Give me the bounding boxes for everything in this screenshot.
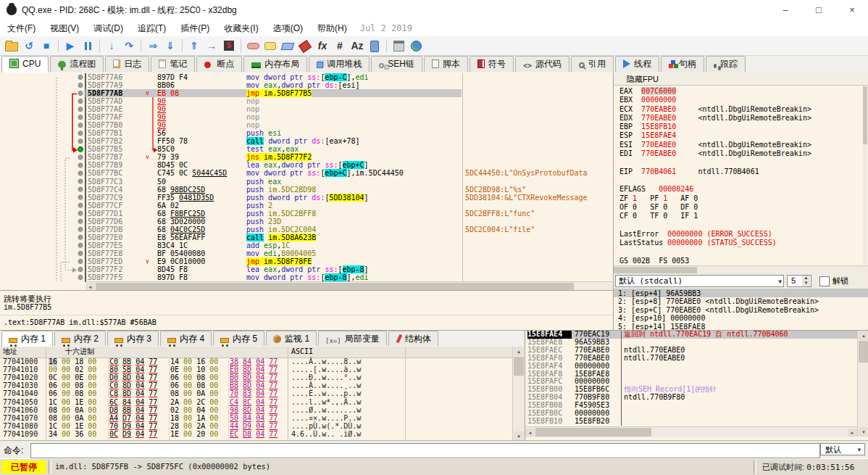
scroll-up-arrow[interactable]: ▴ (514, 347, 524, 356)
menu-插件[interactable]: 插件(P) (173, 20, 217, 37)
scroll-right-arrow[interactable]: ▸ (848, 429, 857, 437)
stack-hscrollbar[interactable]: ◂ ▸ (525, 426, 857, 437)
close-button[interactable]: × (836, 0, 868, 20)
register-line[interactable]: EDX 770EABE0 <ntdll.DbgUiRemoteBreakin> (619, 114, 863, 123)
disasm-row[interactable]: 5D8F77B585C0test eax,eax (0, 145, 613, 153)
register-line[interactable]: ZF 1 PF 1 AF 0 (619, 194, 863, 203)
run-until-icon[interactable]: ⇑ (186, 38, 202, 54)
tab-source[interactable]: <>源代码 (515, 56, 569, 72)
scroll-thumb[interactable] (863, 86, 867, 144)
calculator-icon[interactable] (391, 38, 406, 54)
stack-row[interactable]: 15E8FB1015E8FB20 (525, 418, 857, 426)
tab-dump-1[interactable]: 内存 1 (1, 331, 53, 347)
scylla-icon[interactable]: S (221, 38, 237, 54)
scroll-thumb[interactable] (96, 283, 574, 290)
function-icon[interactable]: fx (314, 38, 330, 54)
step-over-icon[interactable]: ↷ (121, 38, 137, 54)
stack-row[interactable]: 15E8FAF0770EABE0ntdll.770EABE0 (525, 355, 857, 363)
disasm-row[interactable]: 5D8F77AD90nop (0, 97, 613, 105)
hide-fpu-button[interactable]: 隐藏FPU (614, 73, 868, 86)
disasm-row[interactable]: 5D8F77AE90nop (0, 105, 613, 113)
tab-trace[interactable]: 跟踪 (706, 56, 746, 72)
command-profile-select[interactable]: 默认▼ (820, 443, 865, 455)
register-line[interactable] (619, 247, 863, 256)
calling-convention-select[interactable]: 默认 (stdcall)▼ (615, 275, 784, 287)
tab-script[interactable]: 脚本 (424, 56, 468, 72)
execute-till-return-icon[interactable]: ⇒ (145, 38, 161, 54)
register-line[interactable]: ESP 15E8FAE4 (619, 131, 863, 140)
disasm-row[interactable]: 5D8F77B156push esi (0, 129, 613, 137)
bookmark-icon[interactable] (297, 38, 313, 54)
disasm-row[interactable]: 5D8F77E583C4 1Cadd esp,1C (0, 241, 613, 249)
tab-struct[interactable]: 结构体 (388, 331, 438, 346)
disasm-row[interactable]: 5D8F77AF90nop (0, 113, 613, 121)
disasm-row[interactable]: 5D8F77E8BF 05400080mov edi,80004005 (0, 249, 613, 257)
tab-dump-4[interactable]: 内存 4 (160, 331, 212, 346)
register-line[interactable]: CF 0 TF 0 IF 1 (619, 212, 863, 220)
disasm-row[interactable]: v5D8F77B779 39jns im.5D8F77F2 (0, 153, 613, 161)
call-argument-row[interactable]: 3: [esp+C] 770EABE0 <ntdll.DbgUiRemoteBr… (614, 306, 868, 314)
register-line[interactable]: ECX 770EABE0 <ntdll.DbgUiRemoteBreakin> (619, 105, 863, 114)
step-out-icon[interactable]: ⇓ (162, 38, 178, 54)
argument-count-stepper[interactable]: 5▲▼ (787, 275, 811, 287)
call-argument-row[interactable]: 1: [esp+4] 96A59BB3 (614, 289, 868, 297)
scroll-thumb[interactable] (614, 267, 697, 273)
unlock-checkbox[interactable] (819, 276, 830, 286)
disasm-row[interactable]: 5D8F77CF6A 02push 2 (0, 202, 613, 210)
scroll-thumb[interactable] (535, 428, 651, 437)
register-line[interactable]: EBP 15E8FB10 (619, 123, 863, 131)
register-line[interactable]: LastError 00000000 (ERROR_SUCCESS) (619, 230, 863, 239)
tab-cpu[interactable]: CPU (1, 56, 49, 73)
disasm-row[interactable]: 5D8F77A6897D F4mov dword ptr ss:[ebp-C],… (0, 73, 613, 81)
tab-threads[interactable]: 线程 (615, 56, 659, 72)
tab-dump-5[interactable]: 内存 5 (213, 331, 264, 346)
disasm-row[interactable]: 5D8F77F28D45 F8lea eax,dword ptr ss:[ebp… (0, 265, 613, 273)
dump-row[interactable]: 770410200C 00 0E 00D0 8D 04 7706 00 08 0… (0, 373, 511, 381)
dump-row[interactable]: 7704103006 00 08 00C0 8D 04 7706 00 08 0… (0, 381, 511, 389)
register-line[interactable]: EFLAGS 00000246 (619, 185, 863, 194)
stack-row[interactable]: 15E8FAF400000000 (525, 363, 857, 371)
scroll-down-arrow[interactable]: ▾ (859, 427, 868, 437)
register-line[interactable]: ESI 770EABE0 <ntdll.DbgUiRemoteBreakin> (619, 141, 863, 149)
dump-row[interactable]: 7704106008 00 0A 00D8 8B 04 7702 00 04 0… (0, 406, 511, 414)
dump-row[interactable]: 7704107008 00 0A 00A4 D7 04 7718 00 1A 0… (0, 414, 511, 422)
disasm-row[interactable]: 5D8F77A98B06mov eax,dword ptr ds:[esi] (0, 81, 613, 89)
call-argument-row[interactable]: 2: [esp+8] 770EABE0 <ntdll.DbgUiRemoteBr… (614, 297, 868, 305)
disasm-row[interactable]: v5D8F77EDE9 0C010000jmp im.5D8F78FE (0, 257, 613, 265)
restart-icon[interactable]: ↺ (21, 38, 37, 54)
command-input[interactable] (30, 443, 820, 458)
register-line[interactable]: EBX 00000000 (619, 96, 863, 104)
menu-帮助[interactable]: 帮助(H) (310, 20, 354, 37)
dump-row[interactable]: 7704101000 00 02 0080 5B 04 770E 00 10 0… (0, 365, 511, 373)
goto-user-code-icon[interactable]: → (204, 38, 220, 54)
az-icon[interactable]: Az (349, 38, 365, 54)
tab-handles[interactable]: 句柄 (661, 56, 704, 72)
tab-call-stack[interactable]: 调用堆栈 (309, 56, 370, 72)
disasm-row[interactable]: v5D8F77ABEB 08jmp im.5D8F77B5 (0, 89, 613, 97)
menu-调试[interactable]: 调试(D) (86, 20, 130, 37)
register-line[interactable]: EDI 770EABE0 <ntdll.DbgUiRemoteBreakin> (619, 149, 863, 158)
disasm-row[interactable]: 5D8F77D168 F8BFC25Dpush im.5DC2BFF85DC2B… (0, 210, 613, 218)
register-line[interactable]: EAX 007C6000 (619, 87, 863, 96)
maximize-button[interactable]: □ (803, 0, 835, 20)
menu-视图[interactable]: 视图(V) (43, 20, 86, 37)
disassembly-hscrollbar[interactable]: ◂ (85, 281, 613, 290)
register-line[interactable] (619, 220, 863, 229)
disasm-row[interactable]: 5D8F77B2FF50 78call dword ptr ds:[eax+78… (0, 137, 613, 145)
disasm-row[interactable]: 5D8F77D668 3D020000push 23D (0, 218, 613, 226)
minimize-button[interactable]: – (769, 0, 801, 20)
scroll-left-arrow[interactable]: ◂ (525, 429, 535, 437)
menu-选项[interactable]: 选项(O) (266, 20, 310, 37)
tab-memory-map[interactable]: 内存布局 (243, 56, 307, 72)
call-argument-row[interactable]: 4: [esp+10] 00000000 (614, 314, 868, 322)
disasm-row[interactable]: 5D8F77C350push eax (0, 178, 613, 186)
disasm-row[interactable]: 5D8F77B090nop (0, 121, 613, 129)
disassembly-pane[interactable]: 5D8F77A6897D F4mov dword ptr ss:[ebp-C],… (0, 73, 614, 290)
registers-vscrollbar[interactable] (863, 86, 867, 265)
register-line[interactable]: EIP 770B4061 ntdll.770B4061 (619, 168, 863, 176)
register-line[interactable]: OF 0 SF 0 DF 0 (619, 203, 863, 212)
scroll-left-arrow[interactable]: ◂ (85, 283, 95, 290)
globe-icon[interactable] (408, 38, 424, 54)
dump-row[interactable]: 770410801C 00 1E 0070 D9 04 7728 00 2A 0… (0, 422, 511, 430)
open-file-icon[interactable] (4, 38, 20, 54)
